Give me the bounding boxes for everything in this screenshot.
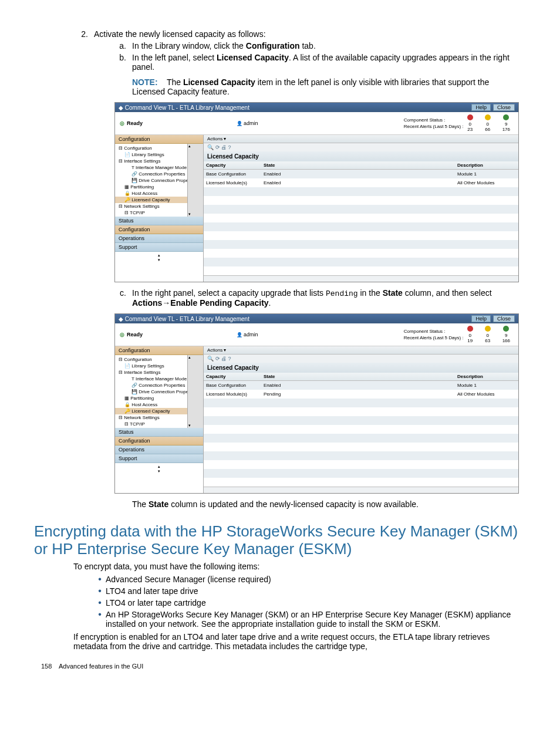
step-2-result: The State column is updated and the newl… (132, 499, 519, 509)
step-2c: c. In the right panel, select a capacity… (114, 288, 519, 308)
toolbar-icons[interactable]: 🔍 ⟳ 🖨 ? (204, 355, 518, 363)
alert-counters: 023 066 9176 (467, 114, 514, 132)
section-paragraph: If encryption is enabled for an LTO4 and… (73, 632, 519, 651)
table-row: Base ConfigurationEnabledModule 1 (204, 381, 518, 390)
tab-operations[interactable]: Operations (115, 445, 203, 454)
step-2b: b. In the left panel, select Licensed Ca… (114, 53, 519, 72)
panel-caption: Licensed Capacity (204, 363, 518, 373)
table-row: Licensed Module(s)PendingAll Other Modul… (204, 390, 518, 399)
user-label: admin (237, 332, 258, 337)
left-panel: Configuration ⊟ Configuration 📄 Library … (115, 135, 204, 282)
panel-caption: Licensed Capacity (204, 151, 518, 161)
col-capacity: Capacity (204, 161, 261, 170)
bullet-icon: • (94, 575, 106, 584)
left-panel: Configuration ⊟ Configuration 📄 Library … (115, 346, 204, 493)
section-heading: Encrypting data with the HP StorageWorks… (34, 523, 519, 558)
table-row: Licensed Module(s)EnabledAll Other Modul… (204, 178, 518, 187)
panel-resize[interactable]: ▴▾ (115, 463, 203, 475)
tab-operations[interactable]: Operations (115, 234, 203, 243)
note-block: NOTE: The Licensed Capacity item in the … (132, 77, 519, 96)
toolbar-icons[interactable]: 🔍 ⟳ 🖨 ? (204, 143, 518, 151)
nav-tree[interactable]: ⊟ Configuration 📄 Library Settings ⊟ Int… (115, 144, 203, 217)
tab-status[interactable]: Status (115, 428, 203, 437)
page-footer: 158 Advanced features in the GUI (41, 654, 519, 670)
note-label: NOTE: (132, 77, 158, 87)
tree-scrollbar[interactable] (187, 144, 203, 217)
tab-configuration[interactable]: Configuration (115, 437, 203, 445)
close-button[interactable]: Close (493, 104, 515, 111)
bullet-item: • Advanced Secure Manager (license requi… (94, 575, 519, 584)
tab-status[interactable]: Status (115, 217, 203, 225)
status-ready: Ready (120, 120, 143, 126)
window-title: ◆ Command View TL - ETLA Library Managem… (119, 316, 249, 322)
step-2: 2. Activate the newly licensed capacity … (73, 29, 519, 39)
nav-tree[interactable]: ⊟ Configuration 📄 Library Settings ⊟ Int… (115, 355, 203, 428)
bullet-icon: • (94, 598, 106, 607)
user-label: admin (237, 120, 258, 126)
sub-letter: a. (114, 41, 132, 50)
bullet-item: • An HP StorageWorks Secure Key Manager … (94, 610, 519, 629)
tab-configuration[interactable]: Configuration (115, 225, 203, 234)
sub-letter: b. (114, 53, 132, 72)
screenshot-licensed-capacity-enabled: ◆ Command View TL - ETLA Library Managem… (114, 102, 519, 282)
col-state: State (261, 161, 455, 170)
tab-configuration-top[interactable]: Configuration (115, 346, 203, 355)
help-button[interactable]: Help (471, 104, 491, 111)
capacity-table[interactable]: Capacity State Description Base Configur… (204, 161, 518, 275)
sub-text: In the right panel, select a capacity up… (132, 288, 519, 308)
actions-menu[interactable]: Actions ▾ (204, 346, 518, 355)
page-number: 158 (41, 663, 52, 670)
tree-scrollbar[interactable] (187, 355, 203, 428)
table-row: Base ConfigurationEnabledModule 1 (204, 170, 518, 179)
bullet-item: • LTO4 or later tape cartridge (94, 598, 519, 607)
help-button[interactable]: Help (471, 315, 491, 322)
tab-support[interactable]: Support (115, 243, 203, 252)
screenshot-licensed-capacity-pending: ◆ Command View TL - ETLA Library Managem… (114, 313, 519, 494)
sub-letter: c. (114, 288, 132, 308)
bullet-icon: • (94, 610, 106, 629)
actions-menu[interactable]: Actions ▾ (204, 135, 518, 143)
tab-support[interactable]: Support (115, 454, 203, 463)
section-intro: To encrypt data, you must have the follo… (73, 562, 519, 571)
bullet-icon: • (94, 586, 106, 596)
step-2a: a. In the Library window, click the Conf… (114, 41, 519, 50)
capacity-table[interactable]: Capacity State Description Base Configur… (204, 373, 518, 487)
alert-counters: 019 063 9166 (467, 326, 514, 343)
window-title: ◆ Command View TL - ETLA Library Managem… (119, 104, 249, 111)
component-status: Component Status : Recent Alerts (Last 5… (404, 117, 467, 130)
status-ready: Ready (120, 332, 143, 337)
sub-text: In the Library window, click the Configu… (132, 41, 519, 50)
chapter-title: Advanced features in the GUI (59, 663, 143, 670)
tab-configuration-top[interactable]: Configuration (115, 135, 203, 144)
sub-text: In the left panel, select Licensed Capac… (132, 53, 519, 72)
step-number: 2. (73, 29, 94, 39)
component-status: Component Status : Recent Alerts (Last 5… (404, 328, 467, 341)
col-description: Description (455, 161, 518, 170)
bullet-item: • LTO4 and later tape drive (94, 586, 519, 596)
panel-resize[interactable]: ▴▾ (115, 252, 203, 264)
close-button[interactable]: Close (493, 315, 515, 322)
step-text: Activate the newly licensed capacity as … (94, 29, 519, 39)
